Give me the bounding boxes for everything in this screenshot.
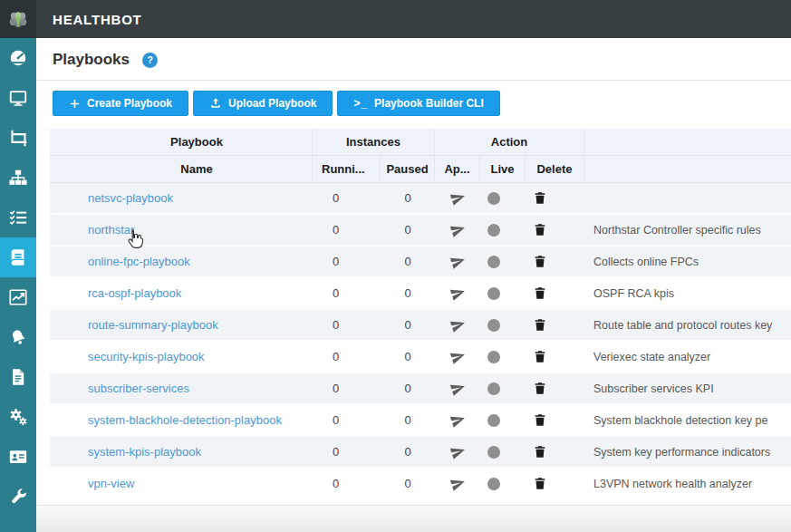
gears-icon xyxy=(8,407,28,427)
paused-count: 0 xyxy=(381,278,435,308)
delete-trash-icon[interactable] xyxy=(533,222,547,237)
running-count: 0 xyxy=(313,183,381,213)
sidebar-item-rules[interactable] xyxy=(0,198,36,237)
col-header-name[interactable]: Name xyxy=(82,156,313,183)
running-count: 0 xyxy=(313,310,381,340)
checklist-icon xyxy=(8,208,28,227)
healthbot-logo-icon xyxy=(6,7,30,31)
help-icon[interactable]: ? xyxy=(142,53,158,68)
playbook-link[interactable]: vpn-view xyxy=(88,477,134,490)
id-card-icon xyxy=(8,447,28,467)
sidebar-item-dashboard[interactable] xyxy=(0,38,36,78)
live-status-icon[interactable] xyxy=(487,319,500,332)
sidebar-item-reports[interactable] xyxy=(0,357,36,397)
playbook-description: Veriexec state analyzer xyxy=(584,342,791,372)
live-status-icon[interactable] xyxy=(487,446,500,459)
sidebar-item-device-groups[interactable] xyxy=(0,118,36,158)
playbook-description: OSPF RCA kpis xyxy=(584,278,791,308)
delete-trash-icon[interactable] xyxy=(533,254,547,269)
upload-playbook-button[interactable]: Upload Playbook xyxy=(193,91,333,116)
bell-icon xyxy=(8,327,28,347)
live-status-icon[interactable] xyxy=(487,351,500,363)
sidebar-item-administration[interactable] xyxy=(0,437,36,477)
sidebar-item-debug[interactable] xyxy=(0,477,36,517)
col-header-running[interactable]: Runni... xyxy=(313,156,381,183)
create-playbook-label: Create Playbook xyxy=(87,97,172,110)
playbook-description: System blackhole detection key pe xyxy=(584,405,791,435)
sidebar-item-topology[interactable] xyxy=(0,158,36,198)
live-status-icon[interactable] xyxy=(487,224,500,237)
playbook-link[interactable]: netsvc-playbook xyxy=(88,191,173,205)
sidebar-item-settings[interactable] xyxy=(0,397,36,437)
main-content: Playbooks ? Create Playbook Upload Playb… xyxy=(36,38,791,532)
plus-icon xyxy=(69,98,81,110)
wrench-icon xyxy=(9,488,28,507)
playbook-link[interactable]: subscriber-services xyxy=(88,382,189,395)
playbook-description: Subscriber services KPI xyxy=(584,373,791,403)
table-sub-header-row: Name Runni... Paused Ap... Live Delete xyxy=(50,156,791,183)
apply-paper-plane-icon[interactable] xyxy=(448,189,467,208)
running-count: 0 xyxy=(313,405,381,435)
playbook-link[interactable]: security-kpis-playbook xyxy=(88,350,205,363)
running-count: 0 xyxy=(313,342,381,372)
table-row: rca-ospf-playbook 0 0 OSPF RCA kpis xyxy=(50,278,791,310)
toolbar: Create Playbook Upload Playbook >_ Playb… xyxy=(53,91,791,116)
apply-paper-plane-icon[interactable] xyxy=(448,442,467,461)
paused-count: 0 xyxy=(381,247,435,276)
playbook-link[interactable]: system-blackhole-detection-playbook xyxy=(88,413,282,427)
table-row: online-fpc-playbook 0 0 Collects online … xyxy=(50,247,791,278)
delete-trash-icon[interactable] xyxy=(533,285,547,301)
sidebar-item-devices[interactable] xyxy=(0,78,36,118)
apply-paper-plane-icon[interactable] xyxy=(448,284,467,303)
delete-trash-icon[interactable] xyxy=(533,476,547,491)
playbook-link[interactable]: route-summary-playbook xyxy=(88,318,218,332)
playbook-description: L3VPN network health analyzer xyxy=(584,469,791,498)
top-bar: HEALTHBOT xyxy=(0,0,791,38)
delete-trash-icon[interactable] xyxy=(533,349,547,364)
create-playbook-button[interactable]: Create Playbook xyxy=(53,91,188,116)
table-row: vpn-view 0 0 L3VPN network health analyz… xyxy=(50,469,791,500)
upload-icon xyxy=(209,97,222,110)
apply-paper-plane-icon[interactable] xyxy=(448,315,467,334)
playbook-builder-cli-button[interactable]: >_ Playbook Builder CLI xyxy=(337,91,499,116)
running-count: 0 xyxy=(313,437,381,467)
delete-trash-icon[interactable] xyxy=(533,444,547,459)
live-status-icon[interactable] xyxy=(487,256,500,268)
playbook-link[interactable]: system-kpis-playbook xyxy=(88,445,201,459)
delete-trash-icon[interactable] xyxy=(533,190,547,206)
live-status-icon[interactable] xyxy=(487,414,500,427)
live-status-icon[interactable] xyxy=(487,192,500,205)
playbook-link[interactable]: online-fpc-playbook xyxy=(88,255,190,268)
col-header-apply: Ap... xyxy=(435,156,480,183)
table-group-header-row: Playbook Instances Action xyxy=(50,129,791,156)
apply-paper-plane-icon[interactable] xyxy=(448,252,467,271)
apply-paper-plane-icon[interactable] xyxy=(448,411,467,430)
playbook-description: Route table and protocol routes key xyxy=(584,310,791,340)
apply-paper-plane-icon[interactable] xyxy=(448,220,467,239)
sidebar-nav xyxy=(0,38,36,532)
delete-trash-icon[interactable] xyxy=(533,412,547,428)
playbook-link[interactable]: northstar xyxy=(88,223,134,237)
table-row: netsvc-playbook 0 0 xyxy=(50,183,791,215)
app-logo[interactable] xyxy=(0,0,36,38)
apply-paper-plane-icon[interactable] xyxy=(448,379,467,398)
delete-trash-icon[interactable] xyxy=(533,381,547,396)
sidebar-item-playbooks[interactable] xyxy=(0,237,36,277)
sidebar-item-graphs[interactable] xyxy=(0,277,36,317)
live-status-icon[interactable] xyxy=(487,478,500,490)
page-title: Playbooks xyxy=(53,51,130,69)
paused-count: 0 xyxy=(381,469,435,498)
apply-paper-plane-icon[interactable] xyxy=(448,347,467,366)
live-status-icon[interactable] xyxy=(487,382,500,395)
running-count: 0 xyxy=(313,373,381,403)
delete-trash-icon[interactable] xyxy=(533,317,547,333)
apply-paper-plane-icon[interactable] xyxy=(448,474,467,493)
paused-count: 0 xyxy=(381,405,435,435)
live-status-icon[interactable] xyxy=(487,287,500,300)
playbook-builder-cli-label: Playbook Builder CLI xyxy=(374,97,484,110)
playbook-link[interactable]: rca-ospf-playbook xyxy=(88,286,181,300)
col-header-paused[interactable]: Paused xyxy=(381,156,435,183)
running-count: 0 xyxy=(313,247,381,276)
playbook-description xyxy=(584,183,791,213)
sidebar-item-alarms[interactable] xyxy=(0,317,36,357)
